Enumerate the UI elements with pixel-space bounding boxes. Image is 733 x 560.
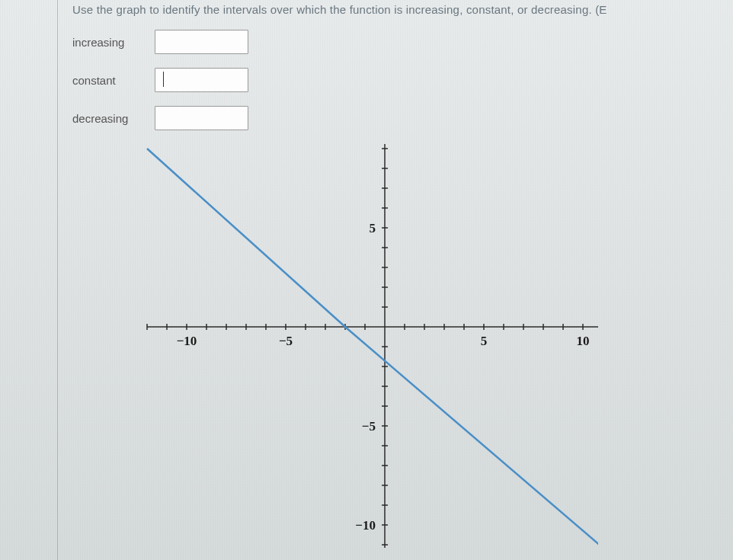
increasing-input[interactable] [155,30,248,54]
svg-text:−10: −10 [355,518,376,533]
constant-input[interactable] [155,68,248,92]
decreasing-input[interactable] [155,106,248,130]
svg-text:−5: −5 [362,419,376,434]
svg-text:5: 5 [370,221,376,235]
question-text: Use the graph to identify the intervals … [72,0,733,30]
svg-text:−5: −5 [279,334,293,348]
constant-label: constant [72,74,155,87]
graph-container: −10−5510−10−5510xy [141,144,733,548]
increasing-row: increasing [72,30,733,54]
increasing-label: increasing [72,36,155,49]
text-cursor [163,72,164,87]
exercise-content: Use the graph to identify the intervals … [0,0,733,548]
decreasing-label: decreasing [72,112,155,125]
svg-text:10: 10 [577,334,590,348]
coordinate-graph: −10−5510−10−5510xy [141,144,598,548]
constant-row: constant [72,68,733,92]
decreasing-row: decreasing [72,106,733,130]
svg-text:5: 5 [481,334,488,348]
svg-text:−10: −10 [177,334,197,348]
